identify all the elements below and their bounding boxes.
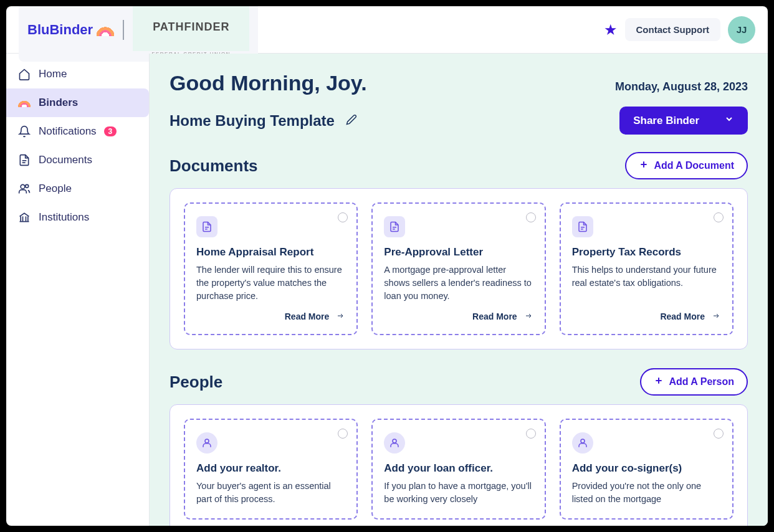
people-section: Add your realtor. Your buyer's agent is …	[170, 404, 748, 526]
select-radio[interactable]	[338, 429, 348, 439]
sidebar-item-notifications[interactable]: Notifications 3	[6, 117, 149, 146]
add-document-label: Add A Document	[654, 160, 734, 171]
edit-icon[interactable]	[346, 114, 357, 128]
select-radio[interactable]	[526, 212, 536, 222]
sidebar-item-label: Home	[39, 68, 67, 80]
bell-icon	[17, 125, 31, 138]
people-icon	[17, 182, 31, 196]
share-label: Share Binder	[633, 115, 699, 127]
card-desc: A mortgage pre-approval letter shows sel…	[384, 264, 533, 303]
sidebar-item-institutions[interactable]: Institutions	[6, 203, 149, 232]
svg-point-19	[581, 439, 585, 443]
topbar: BluBinder PATHFINDER FEDERAL CREDIT UNIO…	[6, 6, 768, 54]
card-desc: Your buyer's agent is an essential part …	[196, 480, 345, 506]
logo-divider	[123, 20, 124, 40]
binder-title: Home Buying Template	[170, 112, 335, 130]
card-title: Add your co-signer(s)	[572, 462, 721, 475]
svg-point-2	[21, 184, 25, 189]
person-icon	[384, 432, 405, 454]
read-more-link[interactable]: Read More	[196, 303, 345, 321]
binders-icon	[17, 96, 31, 110]
person-card[interactable]: Add your loan officer. If you plan to ha…	[371, 419, 545, 520]
notification-badge: 3	[104, 126, 117, 136]
documents-section-title: Documents	[170, 156, 258, 176]
document-icon	[17, 153, 31, 167]
add-person-button[interactable]: Add A Person	[640, 368, 748, 396]
greeting: Good Morning, Joy.	[170, 71, 367, 95]
card-desc: This helps to understand your future rea…	[572, 264, 721, 290]
chevron-down-icon	[724, 114, 734, 127]
avatar[interactable]: JJ	[728, 16, 755, 44]
read-more-link[interactable]: Read More	[384, 303, 533, 321]
card-title: Pre-Approval Letter	[384, 246, 533, 259]
current-date: Monday, August 28, 2023	[615, 80, 748, 93]
people-section-title: People	[170, 373, 222, 392]
main-content: Good Morning, Joy. Monday, August 28, 20…	[150, 54, 768, 526]
documents-section: Home Appraisal Report The lender will re…	[170, 188, 748, 349]
read-more-link[interactable]: Read More	[572, 303, 721, 321]
logo-pathfinder: PATHFINDER FEDERAL CREDIT UNION	[133, 6, 249, 57]
document-icon	[572, 216, 593, 237]
arrow-right-icon	[523, 311, 533, 321]
share-binder-button[interactable]: Share Binder	[619, 107, 748, 135]
card-title: Home Appraisal Report	[196, 246, 345, 259]
person-icon	[572, 432, 593, 454]
document-card[interactable]: Property Tax Records This helps to under…	[560, 202, 733, 335]
document-icon	[196, 216, 217, 237]
sidebar-item-binders[interactable]: Binders	[6, 88, 149, 117]
svg-point-3	[26, 184, 29, 188]
add-person-label: Add A Person	[669, 376, 734, 387]
sidebar-item-documents[interactable]: Documents	[6, 146, 149, 174]
card-desc: Provided you're not the only one listed …	[572, 480, 721, 506]
sidebar-item-label: Institutions	[39, 211, 89, 224]
select-radio[interactable]	[714, 429, 724, 439]
person-card[interactable]: Add your co-signer(s) Provided you're no…	[560, 419, 733, 520]
document-icon	[384, 216, 405, 237]
person-card[interactable]: Add your realtor. Your buyer's agent is …	[184, 419, 358, 520]
star-icon[interactable]: ★	[604, 21, 618, 39]
sidebar-item-home[interactable]: Home	[6, 60, 149, 88]
svg-point-17	[205, 439, 209, 443]
logo-primary-text: BluBinder	[27, 22, 93, 38]
sidebar-item-label: Notifications	[39, 125, 97, 138]
add-document-button[interactable]: Add A Document	[625, 152, 748, 179]
card-title: Add your loan officer.	[384, 462, 533, 475]
plus-icon	[639, 159, 649, 172]
arrow-right-icon	[711, 311, 721, 321]
sidebar-item-label: People	[39, 183, 72, 195]
sidebar-item-people[interactable]: People	[6, 174, 149, 203]
card-title: Add your realtor.	[196, 462, 345, 475]
logo-blubinder: BluBinder	[27, 22, 114, 38]
sidebar: Home Binders Notifications 3 Documents	[6, 54, 150, 526]
partner-name: PATHFINDER	[133, 6, 249, 51]
contact-support-button[interactable]: Contact Support	[625, 18, 721, 41]
arrow-right-icon	[335, 311, 345, 321]
document-card[interactable]: Pre-Approval Letter A mortgage pre-appro…	[371, 202, 545, 335]
sidebar-item-label: Documents	[39, 154, 92, 166]
svg-point-18	[393, 439, 396, 443]
card-desc: The lender will require this to ensure t…	[196, 264, 345, 303]
institution-icon	[17, 211, 31, 224]
card-title: Property Tax Records	[572, 246, 721, 259]
person-icon	[196, 432, 217, 454]
rainbow-icon	[97, 24, 114, 36]
home-icon	[17, 67, 31, 81]
document-card[interactable]: Home Appraisal Report The lender will re…	[184, 202, 358, 335]
card-desc: If you plan to have a mortgage, you'll b…	[384, 480, 533, 506]
select-radio[interactable]	[714, 212, 724, 222]
plus-icon	[654, 376, 664, 388]
select-radio[interactable]	[338, 212, 348, 222]
sidebar-item-label: Binders	[39, 97, 78, 109]
select-radio[interactable]	[526, 429, 536, 439]
